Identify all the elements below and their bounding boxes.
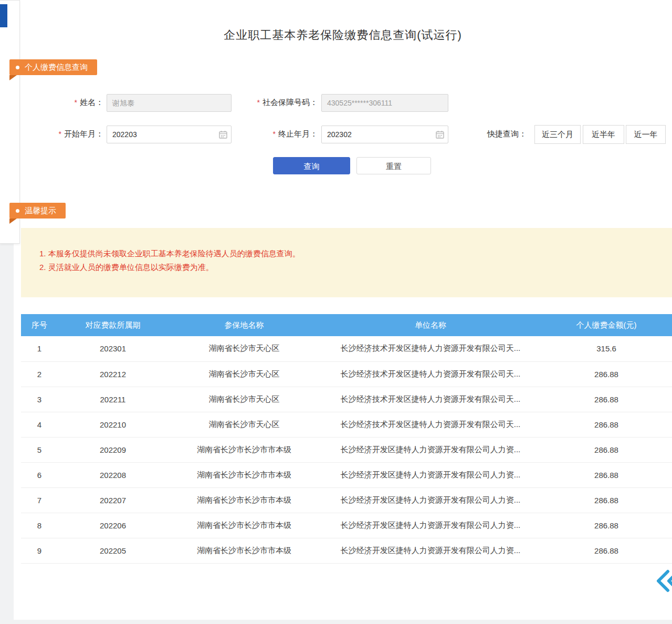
table-cell: 202207	[58, 487, 168, 513]
table-cell: 1	[21, 336, 58, 361]
table-row: 2202212湖南省长沙市天心区长沙经济技术开发区捷特人力资源开发有限公司天..…	[21, 361, 672, 387]
reset-button[interactable]: 重置	[356, 157, 431, 174]
table-cell: 长沙经济技术开发区捷特人力资源开发有限公司天...	[320, 361, 541, 387]
ribbon-fold	[9, 219, 17, 224]
table-cell: 湖南省长沙市天心区	[168, 336, 320, 361]
table-cell: 湖南省长沙市天心区	[168, 412, 320, 437]
table-cell: 5	[21, 437, 58, 462]
end-month-wrap	[321, 126, 448, 143]
required-asterisk: *	[59, 130, 61, 138]
table-cell: 286.88	[541, 462, 672, 487]
table-cell: 4	[21, 412, 58, 437]
end-month-input[interactable]	[321, 126, 448, 143]
table-cell: 8	[21, 513, 58, 538]
table-cell: 286.88	[541, 538, 672, 563]
table-row: 5202209湖南省长沙市长沙市市本级长沙经济开发区捷特人力资源开发有限公司人力…	[21, 437, 672, 462]
table-cell: 长沙经济技术开发区捷特人力资源开发有限公司天...	[320, 387, 541, 412]
header-region: 参保地名称	[168, 314, 320, 336]
table-cell: 湖南省长沙市天心区	[168, 361, 320, 387]
table-row: 8202206湖南省长沙市长沙市市本级长沙经济开发区捷特人力资源开发有限公司人力…	[21, 513, 672, 538]
collapse-double-chevron-icon[interactable]	[656, 569, 672, 592]
table-cell: 286.88	[541, 487, 672, 513]
table-cell: 202212	[58, 361, 168, 387]
table-body: 1202301湖南省长沙市天心区长沙经济技术开发区捷特人力资源开发有限公司天..…	[21, 336, 672, 563]
start-month-label: *开始年月：	[45, 126, 103, 142]
table-cell: 286.88	[541, 513, 672, 538]
table-row: 3202211湖南省长沙市天心区长沙经济技术开发区捷特人力资源开发有限公司天..…	[21, 387, 672, 412]
bullet-dot-icon	[16, 209, 19, 213]
table-cell: 286.88	[541, 387, 672, 412]
table-cell: 202211	[58, 387, 168, 412]
header-seq: 序号	[21, 314, 58, 336]
table-cell: 2	[21, 361, 58, 387]
header-amount: 个人缴费金额(元)	[541, 314, 672, 336]
section-badge-tips: 温馨提示	[9, 203, 66, 219]
table-cell: 长沙经济技术开发区捷特人力资源开发有限公司天...	[320, 412, 541, 437]
table-cell: 长沙经济开发区捷特人力资源开发有限公司人力资...	[320, 462, 541, 487]
table-cell: 湖南省长沙市长沙市市本级	[168, 462, 320, 487]
table-cell: 长沙经济技术开发区捷特人力资源开发有限公司天...	[320, 336, 541, 361]
table-cell: 湖南省长沙市长沙市市本级	[168, 487, 320, 513]
tips-line-2: 2. 灵活就业人员的缴费单位信息以实际缴费为准。	[39, 261, 672, 274]
table-cell: 湖南省长沙市天心区	[168, 387, 320, 412]
table-cell: 6	[21, 462, 58, 487]
section-badge-query: 个人缴费信息查询	[9, 59, 97, 75]
table-cell: 湖南省长沙市长沙市市本级	[168, 538, 320, 563]
table-cell: 湖南省长沙市长沙市市本级	[168, 437, 320, 462]
table-cell: 9	[21, 538, 58, 563]
table-cell: 202208	[58, 462, 168, 487]
table-row: 6202208湖南省长沙市长沙市市本级长沙经济开发区捷特人力资源开发有限公司人力…	[21, 462, 672, 487]
table-header: 序号 对应费款所属期 参保地名称 单位名称 个人缴费金额(元)	[21, 314, 672, 336]
page-title: 企业职工基本养老保险缴费信息查询(试运行)	[14, 27, 672, 43]
section-badge-tips-label: 温馨提示	[25, 203, 56, 219]
bullet-dot-icon	[16, 66, 19, 69]
ssn-field[interactable]: 430525******306111	[321, 94, 448, 112]
table-row: 7202207湖南省长沙市长沙市市本级长沙经济开发区捷特人力资源开发有限公司人力…	[21, 487, 672, 513]
ribbon-fold	[9, 75, 17, 80]
quick-half-year-button[interactable]: 近半年	[583, 125, 624, 144]
name-field[interactable]: 谢旭泰	[107, 94, 232, 112]
quick-one-year-button[interactable]: 近一年	[626, 125, 666, 144]
tips-box: 1. 本服务仅提供尚未领取企业职工基本养老保险待遇人员的缴费信息查询。 2. 灵…	[21, 228, 672, 297]
table-cell: 长沙经济开发区捷特人力资源开发有限公司人力资...	[320, 437, 541, 462]
query-button[interactable]: 查询	[273, 157, 350, 174]
required-asterisk: *	[257, 98, 260, 107]
table-cell: 286.88	[541, 437, 672, 462]
start-month-input[interactable]	[107, 126, 232, 143]
section-badge-query-label: 个人缴费信息查询	[25, 59, 88, 75]
table-cell: 286.88	[541, 412, 672, 437]
table-cell: 长沙经济开发区捷特人力资源开发有限公司人力资...	[320, 538, 541, 563]
results-table: 序号 对应费款所属期 参保地名称 单位名称 个人缴费金额(元) 1202301湖…	[21, 314, 672, 564]
table-cell: 长沙经济开发区捷特人力资源开发有限公司人力资...	[320, 513, 541, 538]
table-cell: 长沙经济开发区捷特人力资源开发有限公司人力资...	[320, 487, 541, 513]
table-row: 1202301湖南省长沙市天心区长沙经济技术开发区捷特人力资源开发有限公司天..…	[21, 336, 672, 361]
table-cell: 202206	[58, 513, 168, 538]
page-root: 企业职工基本养老保险缴费信息查询(试运行) 个人缴费信息查询 *姓名： 谢旭泰 …	[0, 0, 672, 624]
table-cell: 202210	[58, 412, 168, 437]
table-cell: 286.88	[541, 361, 672, 387]
calendar-icon[interactable]	[219, 130, 227, 139]
end-month-label: *终止年月：	[236, 126, 318, 142]
name-label: *姓名：	[45, 94, 103, 111]
required-asterisk: *	[273, 130, 276, 138]
calendar-icon[interactable]	[436, 130, 444, 139]
quick-3-months-button[interactable]: 近三个月	[534, 125, 581, 144]
sidebar-active-indicator	[0, 4, 7, 27]
header-period: 对应费款所属期	[58, 314, 168, 336]
table-row: 4202210湖南省长沙市天心区长沙经济技术开发区捷特人力资源开发有限公司天..…	[21, 412, 672, 437]
ssn-label: *社会保障号码：	[236, 94, 318, 111]
table-cell: 315.6	[541, 336, 672, 361]
table-cell: 202301	[58, 336, 168, 361]
table-cell: 湖南省长沙市长沙市市本级	[168, 513, 320, 538]
quick-query-label: 快捷查询：	[487, 125, 527, 143]
start-month-wrap	[107, 126, 232, 143]
table-cell: 202209	[58, 437, 168, 462]
tips-line-1: 1. 本服务仅提供尚未领取企业职工基本养老保险待遇人员的缴费信息查询。	[39, 247, 672, 261]
table-cell: 202205	[58, 538, 168, 563]
header-employer: 单位名称	[320, 314, 541, 336]
table-cell: 3	[21, 387, 58, 412]
table-cell: 7	[21, 487, 58, 513]
required-asterisk: *	[75, 98, 77, 107]
table-row: 9202205湖南省长沙市长沙市市本级长沙经济开发区捷特人力资源开发有限公司人力…	[21, 538, 672, 563]
